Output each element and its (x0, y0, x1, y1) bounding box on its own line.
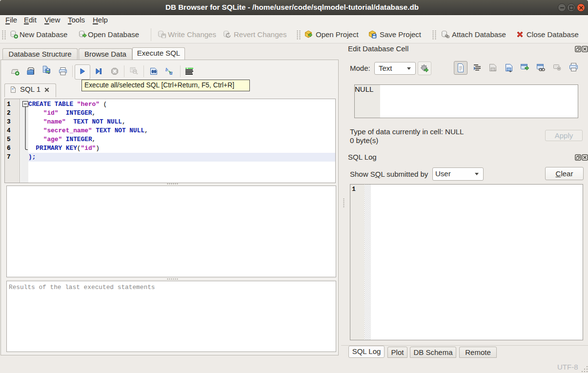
svg-text:b: b (165, 67, 168, 72)
svg-text:a: a (170, 69, 173, 76)
